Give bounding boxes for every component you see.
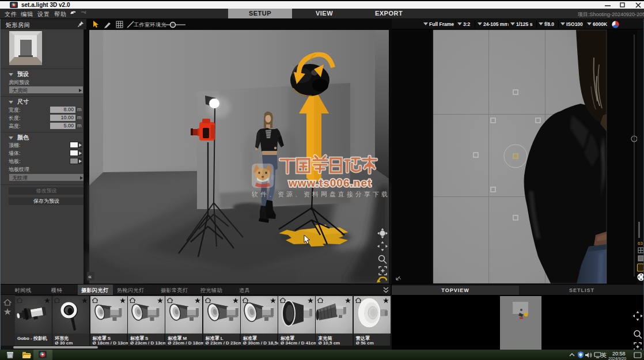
svg-text:软件、资源、资料网盘直接分享下载: 软件、资源、资料网盘直接分享下载: [251, 191, 390, 198]
svg-text:www.ts006.net: www.ts006.net: [288, 177, 372, 189]
svg-text:63: 63: [638, 241, 643, 246]
svg-text:«: «: [88, 273, 92, 280]
